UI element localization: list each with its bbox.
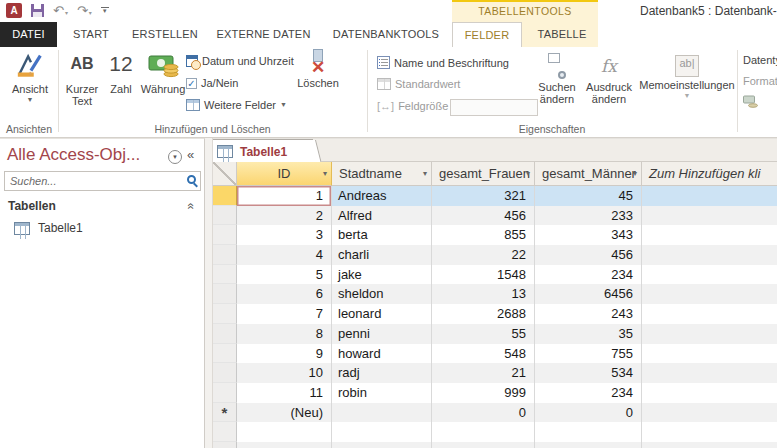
tab-datenbanktools[interactable]: DATENBANKTOOLS [322,22,450,47]
datasheet-cell[interactable]: 2688 [432,304,535,324]
column-header-stadtname[interactable]: Stadtname ▾ [332,162,432,186]
datasheet-cell[interactable]: 21 [432,363,535,383]
column-header-add-field[interactable]: Zum Hinzufügen kli [642,162,777,186]
datasheet-cell[interactable]: charli [332,245,432,265]
datasheet-cell[interactable]: 5 [237,265,332,285]
customize-qat-button[interactable]: ▼ [101,7,109,14]
pane-splitter[interactable] [205,138,213,448]
datasheet-cell[interactable]: 6456 [535,284,642,304]
datasheet-cell[interactable] [642,304,777,324]
datasheet-cell[interactable]: (Neu) [237,403,332,423]
datasheet-cell[interactable] [237,442,332,448]
name-caption-button[interactable]: Name und Beschriftung [377,56,509,69]
chevron-down-icon[interactable]: ▾ [633,162,637,185]
datasheet-cell[interactable] [642,265,777,285]
datasheet-cell[interactable]: sheldon [332,284,432,304]
datasheet-cell[interactable]: Andreas [332,186,432,206]
nav-menu-button[interactable]: ▼ [168,150,182,164]
datasheet-cell[interactable]: 6 [237,284,332,304]
datasheet-cell[interactable]: 0 [432,403,535,423]
shutter-bar-collapse-button[interactable]: « [187,147,194,162]
document-tab-tabelle1[interactable]: Tabelle1 [213,139,313,163]
record-selector[interactable] [213,344,237,364]
datasheet-cell[interactable] [642,186,777,206]
redo-button[interactable]: ↷▾ [77,4,92,17]
record-selector[interactable] [213,265,237,285]
record-selector[interactable] [213,186,237,206]
datasheet-cell[interactable]: 0 [535,403,642,423]
datasheet-cell[interactable] [642,206,777,226]
tab-externe-daten[interactable]: EXTERNE DATEN [207,22,320,47]
datasheet-cell[interactable] [332,422,432,442]
datasheet-cell[interactable]: 10 [237,363,332,383]
record-selector[interactable] [213,284,237,304]
datasheet-cell[interactable] [642,225,777,245]
datasheet-cell[interactable]: 45 [535,186,642,206]
datasheet-cell[interactable] [332,403,432,423]
datasheet-cell[interactable]: berta [332,225,432,245]
datasheet-cell[interactable]: 456 [432,206,535,226]
datasheet-cell[interactable]: 1 [237,186,332,206]
datasheet-cell[interactable] [642,344,777,364]
datasheet-cell[interactable] [642,363,777,383]
datasheet-cell[interactable] [432,422,535,442]
record-selector[interactable] [213,422,237,442]
yesno-button[interactable]: ✓ Ja/Nein [186,77,238,89]
datasheet-cell[interactable]: 321 [432,186,535,206]
datasheet-cell[interactable]: 999 [432,383,535,403]
column-header-id[interactable]: ID ▾ [237,162,332,186]
datasheet-cell[interactable]: leonard [332,304,432,324]
datasheet-cell[interactable]: 343 [535,225,642,245]
datasheet-cell[interactable]: 11 [237,383,332,403]
datasheet-cell[interactable] [535,422,642,442]
datasheet-cell[interactable]: 243 [535,304,642,324]
datasheet-cell[interactable]: 456 [535,245,642,265]
nav-item-tabelle1[interactable]: Tabelle1 [14,221,83,235]
short-text-button[interactable]: AB Kurzer Text [62,49,102,107]
datasheet-cell[interactable]: howard [332,344,432,364]
datasheet-cell[interactable]: 755 [535,344,642,364]
datasheet-cell[interactable] [432,442,535,448]
search-box[interactable]: Suchen... [4,171,201,191]
datasheet-cell[interactable]: jake [332,265,432,285]
record-selector[interactable] [213,363,237,383]
record-selector[interactable] [213,304,237,324]
datasheet-cell[interactable] [642,422,777,442]
tab-start[interactable]: START [62,22,120,47]
datasheet-cell[interactable]: 8 [237,324,332,344]
datasheet-cell[interactable]: radj [332,363,432,383]
field-size-button[interactable]: [↔] Feldgröße [377,100,448,112]
currency-button[interactable]: Währung [140,49,186,95]
datasheet-cell[interactable]: 4 [237,245,332,265]
record-selector[interactable] [213,383,237,403]
chevron-down-icon[interactable]: ▾ [323,162,327,185]
datasheet-cell[interactable]: 7 [237,304,332,324]
datasheet-cell[interactable] [642,442,777,448]
new-record-selector[interactable]: * [213,403,237,423]
record-selector[interactable] [213,442,237,448]
datasheet-cell[interactable]: penni [332,324,432,344]
delete-button[interactable]: ✕ Löschen [294,49,342,89]
datasheet-cell[interactable]: Alfred [332,206,432,226]
datasheet-cell[interactable]: 855 [432,225,535,245]
save-icon[interactable] [31,4,44,17]
view-button[interactable]: Ansicht ▼ [8,49,52,103]
datasheet-cell[interactable] [332,442,432,448]
select-all-corner[interactable] [213,162,237,186]
datasheet-cell[interactable]: 534 [535,363,642,383]
default-value-button[interactable]: Standardwert [377,78,460,90]
datetime-button[interactable]: Datum und Uhrzeit [186,55,294,67]
datasheet-cell[interactable]: 548 [432,344,535,364]
datasheet-cell[interactable]: 55 [432,324,535,344]
datasheet-cell[interactable]: 9 [237,344,332,364]
datasheet-cell[interactable]: robin [332,383,432,403]
datasheet-cell[interactable] [237,422,332,442]
datasheet-cell[interactable] [642,284,777,304]
datasheet-cell[interactable]: 3 [237,225,332,245]
datasheet-cell[interactable]: 233 [535,206,642,226]
column-header-gesamt-maenner[interactable]: gesamt_Männer ▾ [535,162,642,186]
record-selector[interactable] [213,206,237,226]
undo-button[interactable]: ↶▾ [53,4,68,17]
datasheet-cell[interactable] [642,324,777,344]
datasheet-cell[interactable]: 234 [535,265,642,285]
